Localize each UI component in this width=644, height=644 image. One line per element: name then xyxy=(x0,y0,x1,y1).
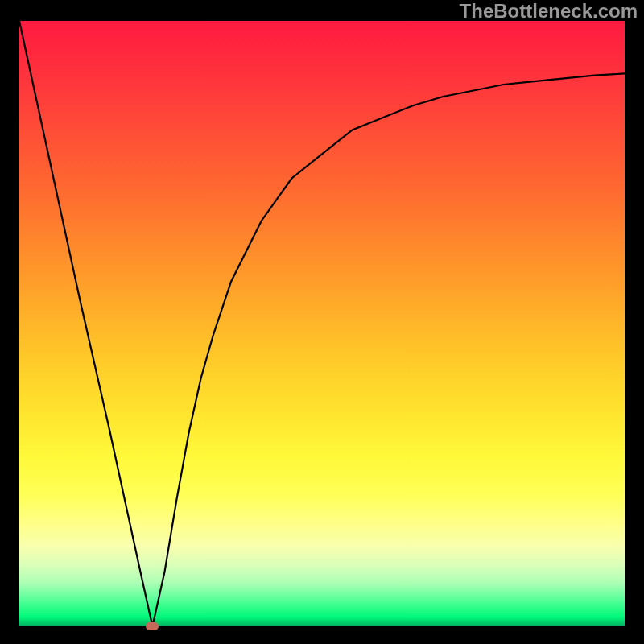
chart-frame: TheBottleneck.com xyxy=(0,0,644,644)
plot-area xyxy=(19,21,625,626)
curve-svg xyxy=(19,21,625,626)
bottleneck-curve xyxy=(19,21,625,626)
watermark-text: TheBottleneck.com xyxy=(460,0,638,23)
optimum-marker xyxy=(146,622,159,630)
